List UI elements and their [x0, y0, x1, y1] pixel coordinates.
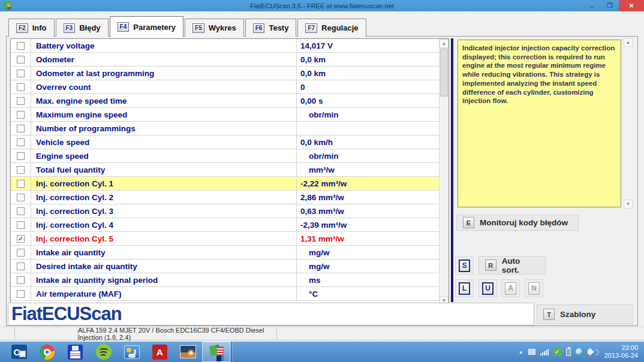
battery-icon[interactable] [566, 348, 571, 356]
parameter-checkbox[interactable] [17, 125, 25, 132]
system-gadget-icon[interactable] [118, 342, 146, 362]
parameter-row[interactable]: Engine speed obr/min [11, 149, 439, 163]
parameter-value: -2,39 mm³/w [297, 218, 439, 231]
monitor-error-codes-button[interactable]: E Monitoruj kody błędów [456, 215, 579, 231]
taskbar-clock[interactable]: 23:00 2013-06-24 [604, 344, 638, 360]
table-scrollbar[interactable]: ▲ ▼ [439, 39, 449, 305]
photos-icon[interactable] [174, 342, 202, 362]
parameter-checkbox[interactable] [17, 111, 25, 119]
templates-button[interactable]: T Szablony [537, 304, 633, 324]
parameter-checkbox[interactable]: ✓ [17, 235, 25, 243]
parameter-checkbox[interactable] [17, 207, 25, 215]
parameter-name: Inj. correction Cyl. 2 [31, 191, 297, 204]
tab-wykres[interactable]: F5 Wykres [185, 19, 244, 37]
parameter-checkbox[interactable] [17, 194, 25, 201]
parameter-checkbox[interactable] [17, 221, 25, 229]
minimize-button[interactable]: – [583, 0, 601, 11]
fiatecuscan-taskbar-icon[interactable] [202, 342, 230, 362]
fiatecuscan-window: FiatECUScan 3.5 - FREE at www.fiatecusca… [0, 0, 644, 362]
scrollbar-thumb[interactable] [440, 49, 448, 96]
parameter-checkbox[interactable] [17, 152, 25, 160]
parameter-checkbox[interactable] [17, 138, 25, 146]
volume-icon[interactable] [588, 349, 591, 354]
parameter-row[interactable]: Overrev count 0 [11, 80, 439, 94]
checkbox-cell [11, 163, 31, 176]
parameter-row[interactable]: Air temperature (MAF) °C [11, 287, 439, 301]
tab-testy[interactable]: F6 Testy [245, 19, 297, 37]
safely-remove-hardware-icon[interactable] [576, 348, 583, 355]
checkbox-cell [11, 260, 31, 273]
parameter-row[interactable]: Odometer at last programming 0,0 km [11, 67, 439, 80]
parameter-row[interactable]: Number of programmings [11, 122, 439, 135]
fkey-badge: F4 [118, 22, 130, 32]
parameter-row[interactable]: Maximum engine speed obr/min [11, 108, 439, 122]
parameter-checkbox[interactable] [17, 276, 25, 284]
spotify-icon[interactable] [89, 342, 118, 362]
parameter-value: ms [297, 273, 439, 286]
taskbar-separator [231, 342, 232, 362]
parameter-row[interactable]: Max. engine speed time 0,00 s [11, 94, 439, 108]
a-button[interactable]: A [501, 279, 520, 297]
display-tray-icon[interactable] [528, 349, 535, 355]
parameter-name: Vehicle speed [31, 135, 297, 149]
outlook-icon[interactable]: O [5, 342, 33, 362]
tab-parametery[interactable]: F4 Parametery [110, 16, 184, 37]
parameter-row[interactable]: Desired intake air quantity mg/w [11, 260, 439, 273]
tab-błędy[interactable]: F3 Błędy [56, 19, 109, 37]
signal-strength-icon[interactable] [540, 349, 549, 355]
parameter-row[interactable]: Inj. correction Cyl. 2 2,86 mm³/w [11, 191, 439, 204]
parameter-row[interactable]: ✓ Inj. correction Cyl. 5 1,31 mm³/w [11, 232, 439, 246]
chrome-icon[interactable] [33, 342, 61, 362]
parameter-row[interactable]: Intake air quantity mg/w [11, 246, 439, 260]
tab-info[interactable]: F2 Info [8, 19, 55, 37]
parameter-row[interactable]: Vehicle speed 0,0 km/h [11, 135, 439, 149]
key-t-badge: T [543, 309, 555, 320]
parameter-table: Battery voltage 14,017 V Odometer 0,0 km… [10, 38, 449, 306]
parameter-name: Number of programmings [31, 122, 297, 135]
checkbox-cell [11, 191, 31, 204]
parameter-value: 0,0 km/h [297, 135, 439, 149]
sort-s-button[interactable]: S [455, 257, 474, 274]
parameter-checkbox[interactable] [17, 249, 25, 257]
auto-sort-button[interactable]: R Auto sort. [479, 256, 546, 274]
floppy-save-icon[interactable] [61, 342, 89, 362]
parameter-row[interactable]: Inj. correction Cyl. 3 0,63 mm³/w [11, 204, 439, 218]
parameter-row[interactable]: Odometer 0,0 km [11, 53, 439, 67]
parameter-table-body: Battery voltage 14,017 V Odometer 0,0 km… [11, 39, 439, 305]
fkey-badge: F6 [253, 23, 265, 33]
restore-button[interactable]: ❐ [601, 0, 619, 11]
description-scrollbar[interactable]: ▲ ▼ [624, 38, 633, 209]
parameter-checkbox[interactable] [17, 83, 25, 91]
parameter-checkbox[interactable] [17, 97, 25, 105]
show-hidden-icons-arrow[interactable]: ▲ [519, 349, 523, 355]
close-button[interactable]: ✕ [619, 0, 644, 11]
parameter-checkbox[interactable] [17, 290, 25, 298]
security-ok-icon[interactable]: ✓ [553, 348, 561, 356]
tab-regulacje[interactable]: F7 Regulacje [297, 19, 366, 37]
scroll-up-icon[interactable]: ▲ [440, 39, 449, 48]
scroll-down-icon[interactable]: ▼ [624, 200, 633, 209]
adobe-reader-icon[interactable]: A [146, 342, 174, 362]
vehicle-info: ALFA 159 2.4 MJET 20V / Bosch EDC16C39 C… [78, 327, 277, 340]
parameter-row[interactable]: Inj. correction Cyl. 1 -2,22 mm³/w [11, 177, 439, 191]
key-e-badge: E [463, 217, 474, 228]
parameter-checkbox[interactable] [17, 70, 25, 77]
parameter-value: 0,63 mm³/w [297, 204, 439, 218]
u-button[interactable]: U [479, 279, 497, 297]
parameter-checkbox[interactable] [17, 263, 25, 270]
logo-strip: FiatECUScan [8, 303, 534, 325]
parameter-checkbox[interactable] [17, 166, 25, 174]
parameter-row[interactable]: Inj. correction Cyl. 4 -2,39 mm³/w [11, 218, 439, 232]
parameter-row[interactable]: Total fuel quantity mm³/w [11, 163, 439, 177]
parameter-checkbox[interactable] [17, 56, 25, 64]
status-cell-empty [277, 327, 644, 340]
parameter-checkbox[interactable] [17, 42, 25, 50]
parameter-name: Total fuel quantity [31, 163, 297, 176]
parameter-row[interactable]: Intake air quantity signal period ms [11, 273, 439, 287]
l-button[interactable]: L [455, 279, 474, 297]
scroll-up-icon[interactable]: ▲ [624, 38, 633, 47]
n-button[interactable]: N [525, 279, 543, 297]
parameter-description-panel: Indicated injector injection capacity co… [458, 40, 621, 207]
parameter-checkbox[interactable] [17, 180, 25, 188]
parameter-row[interactable]: Battery voltage 14,017 V [11, 39, 439, 53]
